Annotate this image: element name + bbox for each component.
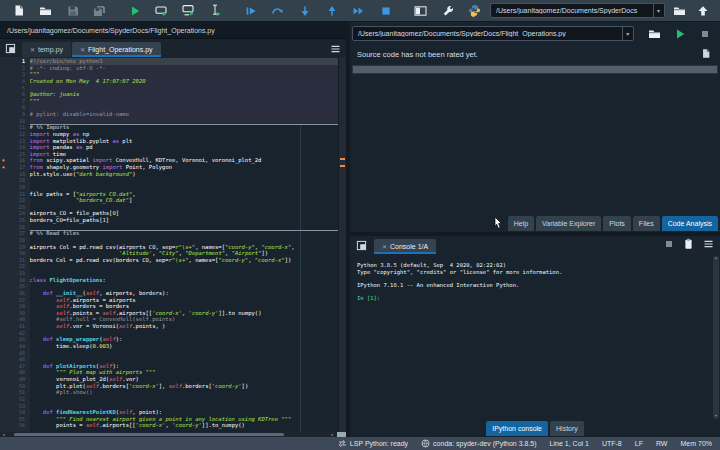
code-line: 7""" (0, 98, 346, 105)
inspect-button[interactable] (680, 236, 697, 251)
maximize-pane-button[interactable] (407, 1, 434, 21)
play-green-icon (129, 5, 141, 17)
code-text: import numpy as np (30, 131, 338, 138)
tab-plots[interactable]: Plots (603, 216, 631, 231)
debug-step-out-button[interactable] (318, 1, 345, 21)
python-path-manager-button[interactable] (461, 1, 488, 21)
close-tab-icon[interactable]: ✕ (80, 47, 85, 53)
status-utf-8: UTF-8 (602, 440, 622, 447)
scroll-up-icon[interactable]: ▲ (714, 256, 717, 261)
editor-options-button[interactable] (327, 41, 344, 56)
code-editor[interactable]: 1#!/usr/bin/env python32# -*- coding: ut… (0, 57, 346, 432)
status-bar: LSP Python: readyconda: spyder-dev (Pyth… (0, 437, 720, 450)
debug-step-icon (271, 5, 284, 17)
preferences-button[interactable] (434, 1, 461, 21)
tab-help[interactable]: Help (508, 216, 534, 231)
code-line: 8 (0, 104, 346, 111)
code-text: self.vor = Voronoi(self.points, ) (30, 323, 338, 330)
code-text (30, 403, 338, 410)
code-line: 46 (0, 356, 346, 363)
code-line: 34class FlightOperations: (0, 277, 346, 284)
tab-ipython-console[interactable]: IPython console (486, 421, 548, 436)
debug-continue-button[interactable] (345, 1, 372, 21)
code-text: """ (30, 71, 338, 78)
code-line: 25borders_CO=file_paths[1] (0, 217, 346, 224)
editor-scrollflag[interactable] (338, 57, 346, 432)
close-tab-icon[interactable]: ✕ (30, 47, 35, 53)
code-text (30, 118, 338, 125)
chevron-down-icon[interactable]: ▾ (653, 4, 664, 17)
status-label: Line 1, Col 1 (550, 440, 589, 447)
browse-file-button[interactable] (642, 26, 667, 41)
debug-file-button[interactable] (237, 1, 264, 21)
code-text: "borders_CO.dat"] (30, 197, 338, 204)
save-file-button[interactable] (59, 1, 86, 21)
editor-tab-flight-operations-py[interactable]: ✕Flight_Operations.py (72, 42, 161, 57)
console-options-button[interactable] (700, 236, 717, 251)
code-line: 45 (0, 350, 346, 357)
output-log-icon[interactable] (701, 48, 711, 59)
code-line: 55 """ Find nearest airport given a poin… (0, 416, 346, 423)
code-text (30, 104, 338, 111)
line-number: 27 (0, 230, 30, 237)
console-output[interactable]: Python 3.8.5 (default, Sep 4 2020, 02:22… (350, 254, 711, 421)
run-analysis-button[interactable] (667, 26, 692, 41)
parent-directory-button[interactable] (691, 1, 715, 21)
code-text (30, 184, 338, 191)
status-lsp-python-ready[interactable]: LSP Python: ready (338, 439, 408, 448)
tab-files[interactable]: Files (633, 216, 660, 231)
run-cell-icon (155, 4, 168, 17)
chevron-down-icon[interactable]: ▾ (622, 27, 633, 40)
browse-tabs-button[interactable] (2, 41, 19, 56)
status-conda-spyder-dev-python-3-8-5[interactable]: conda: spyder-dev (Python 3.8.5) (421, 439, 537, 448)
editor-tabs: ✕temp.py✕Flight_Operations.py (22, 42, 162, 57)
new-file-button[interactable] (5, 1, 32, 21)
run-cell-advance-button[interactable] (175, 1, 202, 21)
line-number: 54 (0, 409, 30, 416)
warning-icon: ▲ (2, 157, 5, 164)
editor-tab-temp-py[interactable]: ✕temp.py (22, 42, 71, 57)
code-text: # %% Read files (30, 230, 338, 237)
browse-tabs-button[interactable] (353, 238, 370, 253)
close-icon[interactable]: ✕ (382, 244, 387, 250)
line-number: 1 (0, 58, 30, 65)
analysis-file-combobox[interactable]: /Users/juanitagomez/Documents/SpyderDocs… (352, 26, 634, 41)
debug-stop-button[interactable] (372, 1, 399, 21)
debug-step-into-button[interactable] (291, 1, 318, 21)
stop-analysis-button[interactable] (693, 26, 718, 41)
line-number: 3 (0, 71, 30, 78)
code-line: 37 self.airports = airports (0, 297, 346, 304)
tab-code-analysis[interactable]: Code Analysis (662, 216, 718, 231)
analysis-toolbar: /Users/juanitagomez/Documents/SpyderDocs… (352, 26, 718, 41)
console-tab[interactable]: ✕ Console 1/A (374, 239, 436, 254)
code-text (30, 263, 338, 270)
console-tab-bar: ✕ Console 1/A (350, 236, 720, 254)
line-number: 41 (0, 323, 30, 330)
interrupt-kernel-button[interactable] (660, 236, 677, 251)
save-all-button[interactable] (86, 1, 113, 21)
code-line: 56 points = self.airports[['coord-x', 'c… (0, 422, 346, 429)
line-number: 49 (0, 376, 30, 383)
browse-working-directory-button[interactable] (668, 1, 692, 21)
tab-variable-explorer[interactable]: Variable Explorer (536, 216, 601, 231)
code-line: 4Created on Mon May 4 17:07:07 2020 (0, 78, 346, 85)
code-text (30, 396, 338, 403)
line-number: 31 (0, 257, 30, 264)
scrollbar-thumb[interactable] (14, 433, 284, 436)
open-file-button[interactable] (32, 1, 59, 21)
working-directory-combobox[interactable]: /Users/juanitagomez/Documents/SpyderDocs… (490, 3, 665, 18)
folder-icon (39, 5, 52, 17)
tab-history[interactable]: History (550, 421, 584, 436)
line-number: 39 (0, 310, 30, 317)
code-text: self.points = self.airports[['coord-x', … (30, 310, 338, 317)
scroll-down-icon[interactable]: ▼ (714, 414, 717, 419)
continue-icon (352, 5, 365, 17)
console-vertical-scrollbar[interactable]: ▲▼ (713, 256, 719, 419)
run-cell-button[interactable] (148, 1, 175, 21)
run-selection-button[interactable] (202, 1, 229, 21)
line-number: 7 (0, 98, 30, 105)
code-line: 21file_paths = ["airports_CO.dat", (0, 191, 346, 198)
run-file-button[interactable] (121, 1, 148, 21)
debug-step-over-button[interactable] (264, 1, 291, 21)
tab-label: temp.py (38, 46, 63, 53)
